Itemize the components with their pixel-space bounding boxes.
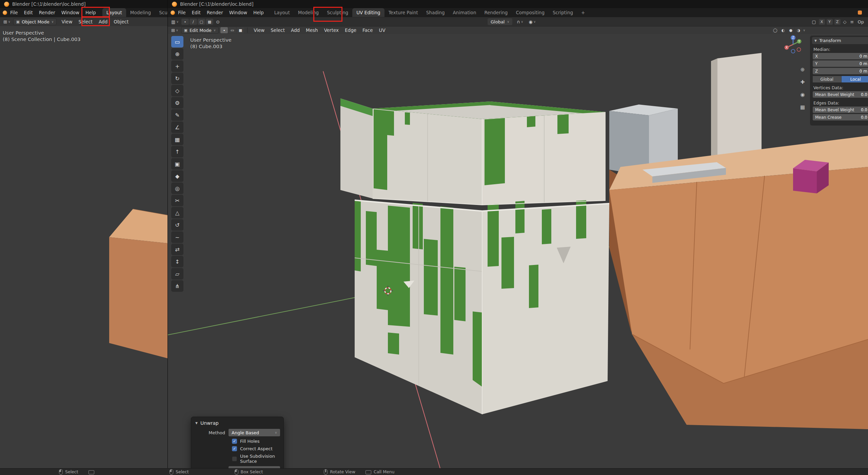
options-label[interactable]: Op [857, 19, 865, 24]
blender-app-menu-icon[interactable] [171, 11, 175, 15]
transform-orientation-dropdown[interactable]: Global ∨ [488, 18, 512, 25]
axis-z-toggle[interactable]: Z [834, 19, 841, 25]
median-axis-field[interactable]: Y0 m [813, 60, 868, 67]
workspace-tab[interactable]: Modeling [126, 8, 155, 17]
viewport-menu-item[interactable]: Add [288, 27, 303, 34]
toolbar-tool-button[interactable]: ▭ [171, 36, 183, 48]
toolbar-tool-button[interactable]: ⇄ [171, 244, 183, 255]
menu-item[interactable]: File [175, 9, 189, 16]
workspace-tab[interactable]: Sculpting [155, 8, 167, 17]
viewport-menu-item[interactable]: View [251, 27, 268, 34]
axis-y-toggle[interactable]: Y [827, 19, 833, 25]
toolbar-tool-button[interactable]: ↕ [171, 256, 183, 267]
checkbox[interactable] [232, 456, 237, 461]
shading-material-icon[interactable]: ● [787, 27, 794, 33]
blender-app-menu-icon[interactable] [3, 11, 7, 15]
toolbar-tool-button[interactable]: ✂ [171, 195, 183, 206]
tan-cube-object[interactable] [109, 209, 167, 358]
space-toggle-button[interactable]: Global [813, 76, 841, 82]
vertex-data-field[interactable]: Mean Bevel Weight0.0 [813, 91, 868, 98]
checkbox[interactable] [232, 439, 237, 444]
toolbar-tool-button[interactable]: ↻ [171, 73, 183, 84]
menu-item[interactable]: Edit [21, 9, 36, 16]
menu-item[interactable]: File [7, 9, 21, 16]
menu-item[interactable]: Edit [189, 9, 204, 16]
viewport-menu-item[interactable]: UV [376, 27, 389, 34]
toolbar-tool-button[interactable]: ▱ [171, 268, 183, 280]
edit-mode-dropdown[interactable]: ▣ Edit Mode ∨ [181, 27, 219, 34]
editor-type-icon[interactable]: ▥∨ [170, 19, 180, 24]
uv-select-mode-button[interactable]: ▢ [198, 19, 205, 25]
toolbar-tool-button[interactable]: ▦ [171, 134, 183, 145]
toolbar-tool-button[interactable]: ◆ [171, 170, 183, 182]
viewport-menu-item[interactable]: View [58, 18, 75, 25]
snap-magnet-icon[interactable]: ∩∨ [516, 19, 524, 24]
uv-select-mode-button[interactable]: / [190, 19, 197, 25]
menu-item[interactable]: Window [58, 9, 82, 16]
toolbar-tool-button[interactable]: ▣ [171, 158, 183, 170]
workspace-tab[interactable]: Rendering [480, 8, 512, 17]
zoom-icon[interactable]: ⊕ [798, 65, 807, 74]
toolbar-tool-button[interactable]: ↺ [171, 219, 183, 231]
camera-view-icon[interactable]: ◉ [798, 90, 807, 99]
edge-data-field[interactable]: Mean Crease0.0 [813, 114, 868, 120]
toolbar-tool-button[interactable]: △ [171, 207, 183, 218]
menu-item[interactable]: Render [36, 9, 58, 16]
toolbar-tool-button[interactable]: ~ [171, 231, 183, 243]
checkbox[interactable] [232, 446, 237, 451]
workspace-tab[interactable]: UV Editing [352, 8, 384, 17]
workspace-tab[interactable]: Layout [270, 8, 294, 17]
menu-item[interactable]: Help [250, 9, 267, 16]
terrain-object[interactable] [609, 136, 868, 429]
transform-panel-header[interactable]: ▼ Transform [812, 37, 868, 44]
menu-item[interactable]: Render [204, 9, 226, 16]
sticky-select-icon[interactable]: ⊙ [215, 19, 221, 24]
shading-wireframe-icon[interactable]: ◯ [772, 27, 778, 33]
toolbar-tool-button[interactable]: ⋔ [171, 280, 183, 292]
workspace-tab[interactable]: Scripting [549, 8, 577, 17]
unwrap-panel-header[interactable]: ▼ Unwrap [195, 420, 280, 426]
median-axis-field[interactable]: Z0 m [813, 68, 868, 74]
viewport-3d-left[interactable]: User Perspective (8) Scene Collection | … [0, 26, 167, 468]
toolbar-tool-button[interactable]: ∠ [171, 121, 183, 133]
editor-type-icon[interactable]: ⊞∨ [2, 19, 12, 24]
mesh-select-mode-button[interactable]: ▭ [229, 27, 236, 33]
editor-type-icon[interactable]: ⊞∨ [170, 28, 179, 33]
titlebar-right[interactable]: Blender [C:\1\blender\loc.blend] [168, 0, 868, 8]
grid-toggle-icon[interactable]: ▦ [798, 103, 807, 112]
method-dropdown[interactable]: Angle Based ∨ [229, 429, 280, 436]
workspace-tab[interactable]: Shading [422, 8, 449, 17]
overlays-menu-icon[interactable]: ≡ [849, 19, 855, 24]
mesh-select-mode-button[interactable]: ∙ [220, 27, 228, 33]
object-mode-dropdown[interactable]: ▣ Object Mode ∨ [13, 18, 57, 25]
viewport-menu-item[interactable]: Vertex [321, 27, 342, 34]
viewport-3d-right[interactable]: User Perspective (8) Cube.003 ▭⊕+↻◇⚙✎∠▦↑… [168, 34, 868, 468]
median-axis-field[interactable]: X0 m [813, 53, 868, 59]
shading-solid-icon[interactable]: ◐ [780, 27, 786, 33]
viewport-menu-item[interactable]: Select [268, 27, 288, 34]
viewport-menu-item[interactable]: Mesh [303, 27, 321, 34]
workspace-tab[interactable]: Texture Paint [384, 8, 422, 17]
creeper-cube-object[interactable] [340, 98, 609, 414]
workspace-tab[interactable]: Animation [449, 8, 480, 17]
shading-rendered-icon[interactable]: ◑ [795, 27, 802, 33]
viewport-menu-item[interactable]: Object [111, 18, 132, 25]
uv-select-mode-button[interactable]: ∙ [181, 19, 189, 25]
toolbar-tool-button[interactable]: ⊕ [171, 48, 183, 60]
toolbar-tool-button[interactable]: ◇ [171, 85, 183, 96]
workspace-tab[interactable]: Compositing [512, 8, 549, 17]
pan-hand-icon[interactable]: ✚ [798, 78, 807, 87]
magenta-cube-object[interactable] [793, 160, 829, 193]
workspace-tab[interactable]: + [577, 8, 589, 17]
navigation-gizmo[interactable]: Z X Y [783, 35, 803, 54]
mesh-select-mode-button[interactable]: ■ [237, 27, 244, 33]
toolbar-tool-button[interactable]: + [171, 60, 183, 72]
viewport-menu-item[interactable]: Edge [342, 27, 359, 34]
toolbar-tool-button[interactable]: ✎ [171, 109, 183, 121]
viewport-menu-item[interactable]: Face [359, 27, 376, 34]
toolbar-tool-button[interactable]: ⚙ [171, 97, 183, 109]
toolbar-tool-button[interactable]: ↑ [171, 146, 183, 157]
uv-select-mode-button[interactable]: ▩ [206, 19, 213, 25]
menu-item[interactable]: Window [226, 9, 250, 16]
edge-data-field[interactable]: Mean Bevel Weight0.0 [813, 107, 868, 113]
